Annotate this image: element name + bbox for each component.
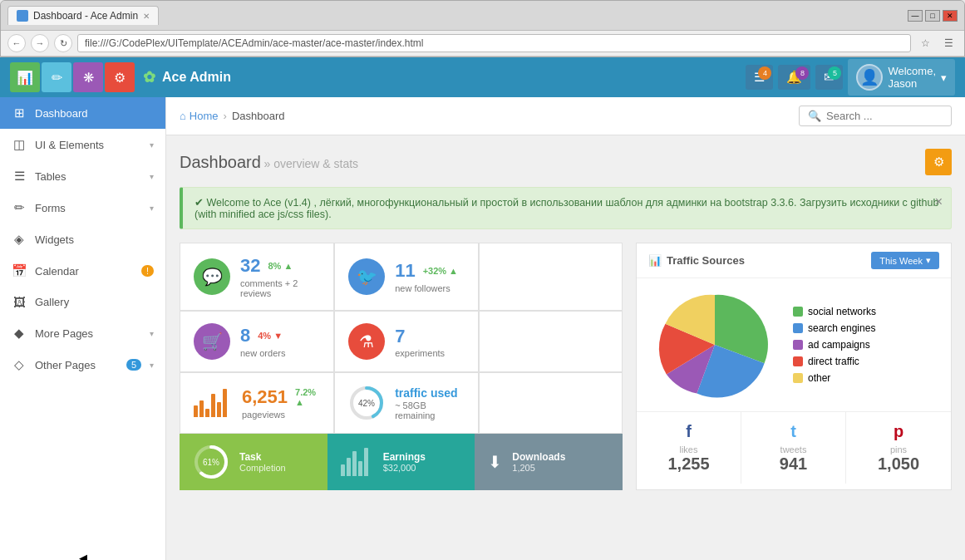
legend-direct-label: direct traffic [808, 356, 859, 367]
sidebar: ⊞ Dashboard ◫ UI & Elements ▾ ☰ Tables ▾… [0, 97, 166, 560]
browser-titlebar: Dashboard - Ace Admin ✕ — □ ✕ [1, 1, 964, 31]
toolbar: 📊 ✏ ❋ ⚙ [10, 62, 135, 92]
sidebar-item-calendar[interactable]: 📅 Calendar ! [0, 255, 165, 287]
toolbar-settings-button[interactable]: ⚙ [105, 62, 135, 92]
gallery-icon: 🖼 [12, 295, 27, 309]
comments-info: 32 8% ▲ comments + 2 reviews [240, 255, 320, 298]
this-week-button[interactable]: This Week ▾ [871, 252, 939, 269]
earnings-label: Earnings [383, 451, 462, 463]
toolbar-puzzle-button[interactable]: ❋ [73, 62, 103, 92]
sidebar-label-calendar: Calendar [35, 265, 133, 278]
legend-direct-dot [793, 356, 803, 366]
page-content: Dashboard » overview & stats ⚙ ✔ Welcome… [166, 135, 965, 504]
this-week-chevron-icon: ▾ [926, 255, 931, 266]
legend-other-label: other [808, 372, 830, 384]
tables-arrow-icon: ▾ [150, 172, 154, 181]
legend-other: other [793, 372, 876, 384]
sidebar-item-ui-elements[interactable]: ◫ UI & Elements ▾ [0, 129, 165, 160]
two-col-layout: 💬 32 8% ▲ comments + 2 reviews [180, 243, 952, 490]
pageviews-stat-panel: 6,251 7.2% ▲ pageviews [180, 372, 334, 434]
pinterest-stat: p pins 1,050 [846, 412, 951, 484]
breadcrumb-search: 🔍 [799, 106, 952, 126]
refresh-button[interactable]: ↻ [54, 34, 72, 52]
legend-social: social networks [793, 306, 876, 317]
pie-area: social networks search engines ad campai… [637, 278, 951, 411]
task-completion-panel: 61% Task Completion [180, 434, 327, 490]
orders-badge: 4% ▼ [254, 330, 287, 341]
twitter-label: tweets [753, 445, 834, 454]
downloads-icon: ⬇ [488, 452, 502, 472]
maximize-button[interactable]: □ [925, 10, 940, 22]
earnings-value: $32,000 [383, 463, 462, 473]
ui-arrow-icon: ▾ [150, 140, 154, 150]
menu-button[interactable]: ☰ [939, 34, 958, 52]
forward-button[interactable]: → [31, 34, 49, 52]
alert-close-button[interactable]: × [935, 194, 943, 209]
pie-legend: social networks search engines ad campai… [793, 306, 876, 384]
traffic-sources-panel: 📊 Traffic Sources This Week ▾ [636, 243, 952, 490]
tab-close-button[interactable]: ✕ [143, 12, 150, 21]
sidebar-item-dashboard[interactable]: ⊞ Dashboard [0, 97, 165, 129]
notifications-button[interactable]: 🔔 8 [778, 65, 810, 90]
sidebar-item-widgets[interactable]: ◈ Widgets [0, 224, 165, 255]
email-button[interactable]: ✉ 5 [815, 65, 843, 90]
orders-icon: 🛒 [194, 323, 230, 360]
this-week-label: This Week [879, 256, 923, 266]
followers-icon: 🐦 [348, 258, 385, 295]
sidebar-item-gallery[interactable]: 🖼 Gallery [0, 287, 165, 317]
earnings-info: Earnings $32,000 [383, 451, 462, 473]
search-input[interactable] [826, 110, 943, 122]
toolbar-chart-button[interactable]: 📊 [10, 62, 40, 92]
messages-button[interactable]: ☰ 4 [746, 65, 773, 90]
pinterest-label: pins [858, 445, 939, 454]
notifications-badge: 8 [795, 66, 809, 80]
page-title-area: Dashboard » overview & stats [180, 153, 358, 172]
widgets-icon: ◈ [12, 232, 27, 247]
browser-tab[interactable]: Dashboard - Ace Admin ✕ [7, 6, 159, 25]
pie-chart [648, 287, 781, 403]
sidebar-item-tables[interactable]: ☰ Tables ▾ [0, 160, 165, 192]
sidebar-item-forms[interactable]: ✏ Forms ▾ [0, 192, 165, 224]
logo-leaf-icon: ✿ [143, 68, 155, 86]
other-pages-arrow-icon: ▾ [150, 361, 154, 370]
user-greeting: Welcome, [888, 65, 936, 77]
pinterest-icon: p [858, 422, 939, 441]
minimize-button[interactable]: — [908, 10, 923, 22]
traffic-used-panel: 42% traffic used ~ 58GB remaining [334, 372, 478, 434]
followers-label: new followers [395, 283, 464, 293]
messages-badge: 4 [758, 66, 771, 80]
page-settings-button[interactable]: ⚙ [925, 149, 952, 175]
toolbar-edit-button[interactable]: ✏ [42, 62, 71, 92]
app-header: 📊 ✏ ❋ ⚙ ✿ Ace Admin ☰ 4 🔔 8 ✉ 5 👤 [0, 57, 965, 97]
experiments-number: 7 [395, 326, 405, 346]
back-button[interactable]: ← [7, 34, 26, 52]
facebook-value: 1,255 [648, 454, 729, 474]
pageviews-info: 6,251 7.2% ▲ pageviews [242, 386, 320, 420]
header-right: ☰ 4 🔔 8 ✉ 5 👤 Welcome, Jason ▾ [746, 59, 955, 96]
more-pages-icon: ◆ [12, 326, 27, 341]
user-menu[interactable]: 👤 Welcome, Jason ▾ [848, 59, 955, 96]
sidebar-label-dashboard: Dashboard [35, 107, 154, 120]
close-button[interactable]: ✕ [943, 10, 958, 22]
sidebar-label-other: Other Pages [35, 359, 118, 371]
comments-badge: 8% ▲ [263, 260, 297, 272]
twitter-icon: t [753, 422, 834, 441]
earnings-panel: Earnings $32,000 [327, 434, 475, 490]
sidebar-item-more-pages[interactable]: ◆ More Pages ▾ [0, 317, 165, 349]
comments-stat-panel: 💬 32 8% ▲ comments + 2 reviews [180, 243, 334, 311]
search-input-wrap[interactable]: 🔍 [799, 106, 952, 126]
sidebar-label-widgets: Widgets [35, 233, 154, 246]
url-bar[interactable]: file:///G:/CodePlex/UITemplate/ACEAdmin/… [77, 34, 911, 52]
orders-badge-wrap: 8 4% ▼ [240, 325, 320, 346]
window-controls: — □ ✕ [908, 10, 958, 22]
logo-area: ✿ Ace Admin [143, 68, 231, 86]
browser-controls: ← → ↻ file:///G:/CodePlex/UITemplate/ACE… [1, 31, 964, 56]
bookmark-button[interactable]: ☆ [916, 34, 934, 52]
sidebar-item-other-pages[interactable]: ◇ Other Pages 5 ▾ [0, 349, 165, 381]
downloads-value: 1,205 [512, 463, 609, 473]
other-pages-icon: ◇ [12, 357, 27, 372]
breadcrumb-home-link[interactable]: ⌂ Home [180, 110, 219, 122]
sidebar-collapse-button[interactable]: ◀ [0, 545, 165, 560]
legend-other-dot [793, 373, 803, 383]
comments-badge-wrap: 32 8% ▲ [240, 255, 320, 277]
